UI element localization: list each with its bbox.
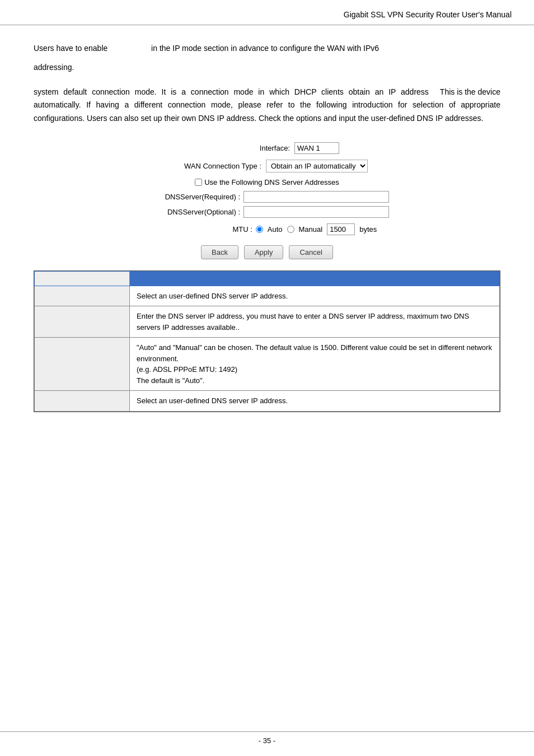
interface-label: Interface: (195, 144, 290, 152)
dns-optional-row: DNSServer(Optional) : (121, 206, 413, 218)
mtu-auto-radio[interactable] (256, 226, 263, 233)
info-table: Select an user-defined DNS server IP add… (34, 271, 500, 412)
cancel-button[interactable]: Cancel (289, 245, 332, 259)
intro-section: Users have to enable in the IP mode sect… (34, 42, 500, 74)
interface-input[interactable] (294, 142, 339, 154)
table-row: Select an user-defined DNS server IP add… (35, 391, 500, 412)
page-header: Gigabit SSL VPN Security Router User's M… (0, 0, 534, 25)
button-row: Back Apply Cancel (121, 245, 413, 259)
table-header-right (130, 271, 500, 286)
table-cell-content-3: "Auto" and "Manual" can be chosen. The d… (130, 338, 500, 391)
dns-optional-label: DNSServer(Optional) : (145, 208, 240, 216)
header-title: Gigabit SSL VPN Security Router User's M… (344, 10, 512, 19)
back-button[interactable]: Back (201, 245, 238, 259)
dns-required-row: DNSServer(Required) : (121, 191, 413, 203)
mtu-auto-label: Auto (268, 225, 283, 234)
table-cell-label-4 (35, 391, 130, 412)
table-cell-content-4: Select an user-defined DNS server IP add… (130, 391, 500, 412)
table-cell-content-1: Select an user-defined DNS server IP add… (130, 286, 500, 306)
mtu-row: MTU : Auto Manual bytes (121, 223, 413, 235)
table-row: Enter the DNS server IP address, you mus… (35, 306, 500, 338)
intro-line2: addressing. (34, 63, 74, 72)
table-row: Select an user-defined DNS server IP add… (35, 286, 500, 306)
dns-checkbox-label: Use the Following DNS Server Addresses (204, 178, 339, 186)
intro-line1-part2: in the IP mode section in advance to con… (151, 44, 379, 53)
dns-checkbox-row: Use the Following DNS Server Addresses (121, 178, 413, 186)
table-row: "Auto" and "Manual" can be chosen. The d… (35, 338, 500, 391)
page-number: - 35 - (259, 736, 275, 745)
wan-type-select[interactable]: Obtain an IP automatically PPPoE PPTP St… (266, 160, 368, 172)
table-header-left (35, 271, 130, 286)
intro-line1-part1: Users have to enable (34, 44, 107, 53)
mtu-manual-label: Manual (299, 225, 323, 234)
description-table: Select an user-defined DNS server IP add… (34, 270, 500, 412)
mtu-desc-line2: (e.g. ADSL PPPoE MTU: 1492) (137, 365, 237, 374)
table-header-row (35, 271, 500, 286)
wan-type-label: WAN Connection Type : (166, 162, 261, 170)
mtu-desc-line1: "Auto" and "Manual" can be chosen. The d… (137, 343, 492, 363)
mtu-manual-radio[interactable] (287, 226, 294, 233)
table-cell-label-2 (35, 306, 130, 338)
dns-optional-input[interactable] (243, 206, 389, 218)
mtu-value-input[interactable] (327, 223, 355, 235)
dns-section: Use the Following DNS Server Addresses D… (121, 178, 413, 218)
mtu-unit: bytes (359, 225, 377, 234)
table-cell-label-3 (35, 338, 130, 391)
dhcp-desc-text: system default connection mode. It is a … (34, 87, 500, 123)
mtu-label: MTU : (157, 225, 252, 234)
dns-required-input[interactable] (243, 191, 389, 203)
dhcp-description: This is the device system default connec… (34, 86, 500, 125)
wan-form: Interface: WAN Connection Type : Obtain … (121, 142, 413, 259)
apply-button[interactable]: Apply (244, 245, 284, 259)
wan-connection-type-row: WAN Connection Type : Obtain an IP autom… (121, 160, 413, 172)
dns-checkbox[interactable] (195, 179, 202, 186)
dhcp-desc-part1: This is the device (440, 86, 500, 99)
interface-row: Interface: (121, 142, 413, 154)
mtu-desc-line3: The default is "Auto". (137, 376, 204, 385)
table-cell-label-1 (35, 286, 130, 306)
dns-required-label: DNSServer(Required) : (145, 193, 240, 201)
table-cell-content-2: Enter the DNS server IP address, you mus… (130, 306, 500, 338)
page-footer: - 35 - (0, 731, 534, 745)
